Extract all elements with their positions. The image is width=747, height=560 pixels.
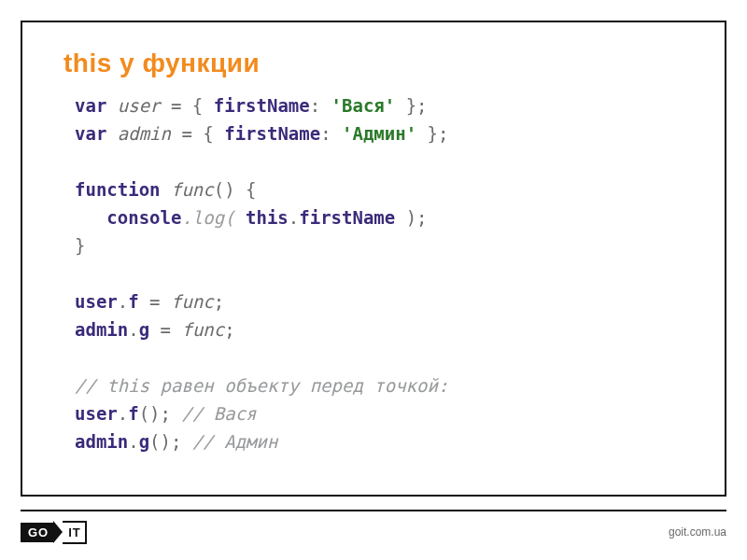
logo-go: GO (21, 523, 54, 542)
ident-admin: admin (75, 319, 128, 340)
string: 'Вася' (331, 95, 396, 116)
slide-content: this у функции var user = { firstName: '… (21, 21, 726, 497)
footer: GOIT goit.com.ua (21, 510, 726, 543)
prop-g: g (139, 431, 149, 452)
ident-user: user (75, 291, 118, 312)
ident-admin: admin (118, 123, 171, 144)
comment: // this равен объекту перед точкой: (75, 375, 448, 396)
prop-g: g (139, 319, 149, 340)
ident-console: console (106, 207, 181, 228)
ident-func: func (181, 319, 224, 340)
string: 'Админ' (342, 123, 416, 144)
comment: // Вася (171, 403, 257, 424)
keyword-var: var (75, 95, 106, 116)
keyword-this: this (246, 207, 289, 228)
ident-user: user (75, 403, 118, 424)
prop-f: f (128, 403, 138, 424)
comment: // Админ (181, 431, 277, 452)
method-log: .log( (181, 207, 246, 228)
code-block: var user = { firstName: 'Вася' }; var ad… (63, 91, 697, 455)
ident-user: user (118, 95, 161, 116)
keyword-var: var (75, 123, 106, 144)
ident-admin: admin (75, 431, 128, 452)
slide: this у функции var user = { firstName: '… (0, 0, 747, 560)
slide-title: this у функции (63, 49, 697, 78)
prop-f: f (128, 291, 138, 312)
chevron-right-icon (53, 521, 63, 543)
ident-func: func (171, 179, 214, 200)
prop-firstname: firstName (224, 123, 320, 144)
keyword-function: function (75, 179, 161, 200)
prop-firstname: firstName (214, 95, 310, 116)
footer-link: goit.com.ua (669, 525, 726, 539)
logo-it: IT (63, 521, 87, 544)
logo: GOIT (21, 521, 87, 543)
prop-firstname: firstName (299, 207, 395, 228)
ident-func: func (171, 291, 214, 312)
